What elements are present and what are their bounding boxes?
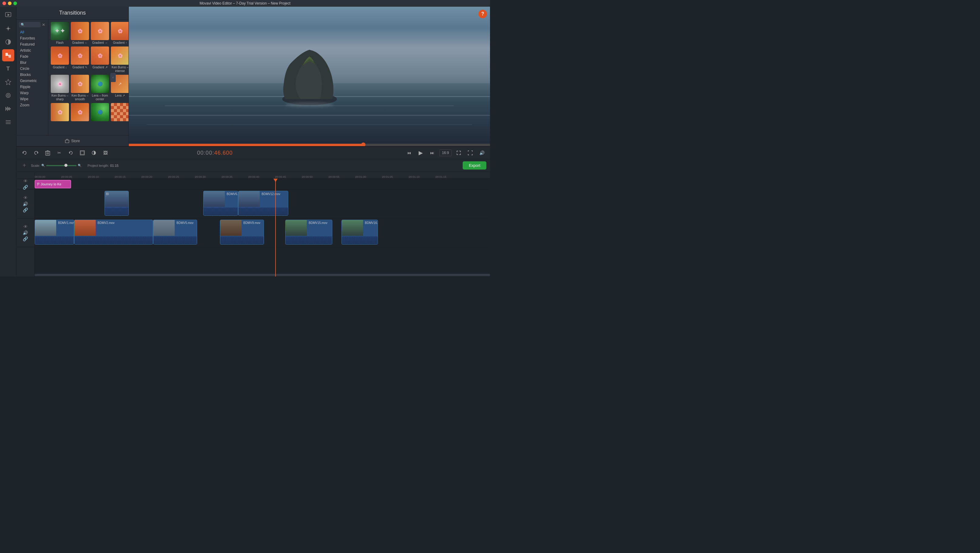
transition-extra4[interactable] bbox=[111, 103, 129, 122]
ruler-mark-7: 00:00:35 bbox=[222, 175, 232, 178]
titles-btn[interactable]: T bbox=[2, 62, 14, 75]
fullscreen-exit-btn[interactable] bbox=[454, 148, 463, 158]
effects-btn[interactable] bbox=[2, 22, 14, 35]
bdmv5-audio bbox=[153, 236, 197, 244]
play-btn[interactable]: ▶ bbox=[416, 148, 425, 158]
add-track-btn[interactable]: + bbox=[20, 162, 29, 169]
skip-back-btn[interactable]: ⏮ bbox=[405, 148, 414, 158]
main-clip-bdmv5[interactable]: BDMV5.mov bbox=[153, 220, 197, 245]
undo-btn[interactable] bbox=[20, 148, 29, 158]
scale-slider[interactable] bbox=[46, 165, 76, 166]
transition-gradient-tl[interactable]: 🌸 Gradient ↖ bbox=[71, 46, 89, 73]
filter-wipe[interactable]: Wipe bbox=[18, 96, 47, 102]
playback-handle[interactable] bbox=[361, 142, 366, 146]
search-input[interactable] bbox=[19, 22, 41, 27]
transition-extra2[interactable]: 🌸 bbox=[71, 103, 89, 122]
transition-ken-burns-smooth[interactable]: 🌸 Ken Burns – smooth bbox=[71, 75, 89, 101]
scale-handle bbox=[64, 164, 67, 167]
svg-marker-1 bbox=[8, 14, 10, 16]
store-button[interactable]: Store bbox=[16, 135, 129, 146]
close-button[interactable] bbox=[2, 2, 6, 5]
transition-ken-burns-intense[interactable]: 🌸 Ken Burns – intense bbox=[111, 46, 129, 73]
media-btn[interactable] bbox=[2, 9, 14, 21]
transition-gradient-right[interactable]: 🌸 Gradient → bbox=[91, 22, 109, 45]
color-correct-btn2[interactable] bbox=[89, 148, 99, 158]
transition-gradient-up[interactable]: 🌸 Gradient ↑ bbox=[111, 22, 129, 45]
close-search-icon[interactable]: ✕ bbox=[42, 22, 45, 27]
camera-btn[interactable] bbox=[2, 89, 14, 102]
playback-progress[interactable] bbox=[129, 144, 490, 146]
filter-featured[interactable]: Featured bbox=[18, 41, 47, 48]
filter-blocks[interactable]: Blocks bbox=[18, 72, 47, 78]
title-track-link-icon[interactable]: 🔗 bbox=[23, 185, 28, 190]
filter-warp[interactable]: Warp bbox=[18, 90, 47, 96]
stickers-btn[interactable] bbox=[2, 76, 14, 88]
filter-geometric[interactable]: Geometric bbox=[18, 78, 47, 84]
minimize-button[interactable] bbox=[8, 2, 11, 5]
main-clip-bdmv9[interactable]: BDMV9.mov bbox=[220, 220, 264, 245]
clip-bdmv12-thumb bbox=[239, 191, 260, 207]
filter-blur[interactable]: Blur bbox=[18, 59, 47, 65]
upper-volume-icon[interactable]: 🔊 bbox=[23, 201, 28, 206]
timeline-hscroll[interactable] bbox=[35, 274, 490, 276]
title-track-eye-icon[interactable]: 👁 bbox=[23, 178, 28, 183]
extra2-content: 🌸 bbox=[71, 103, 89, 121]
filters-list-btn[interactable] bbox=[2, 116, 14, 128]
transition-gradient-left[interactable]: 🌸 Gradient ← bbox=[71, 22, 89, 45]
track-controls-header bbox=[16, 172, 35, 178]
upper-link-icon[interactable]: 🔗 bbox=[23, 207, 28, 212]
volume-btn[interactable]: 🔊 bbox=[477, 148, 486, 158]
audio-btn[interactable] bbox=[2, 103, 14, 115]
svg-rect-28 bbox=[81, 151, 84, 155]
main-clip-bdmv1[interactable]: BDMV1.mov bbox=[35, 220, 74, 245]
delete-clip-btn[interactable] bbox=[43, 148, 52, 158]
main-eye-icon[interactable]: 👁 bbox=[23, 224, 28, 229]
filter-favorites[interactable]: Favorites bbox=[18, 35, 47, 41]
transition-gradient-tr[interactable]: 🌸 Gradient ↗ bbox=[91, 46, 109, 73]
transition-lens-center[interactable]: 🔵 Lens – from center bbox=[91, 75, 109, 101]
filter-artistic[interactable]: Artistic bbox=[18, 48, 47, 54]
upper-clip-bdmv6[interactable]: BDMV6.mov bbox=[203, 191, 238, 216]
filter-zoom[interactable]: Zoom bbox=[18, 102, 47, 108]
aspect-ratio[interactable]: 16:9 bbox=[439, 150, 452, 156]
help-button[interactable]: ? bbox=[479, 10, 487, 18]
media-insert-btn[interactable]: 🖼 bbox=[101, 148, 110, 158]
filter-fade[interactable]: Fade bbox=[18, 54, 47, 59]
waveform7 bbox=[220, 236, 264, 244]
transition-extra1[interactable]: 🌸 bbox=[51, 103, 69, 122]
transition-flash[interactable]: ✦✦ Flash bbox=[51, 22, 69, 45]
filter-circle[interactable]: Circle bbox=[18, 65, 47, 72]
upper-eye-icon[interactable]: 👁 bbox=[23, 195, 28, 200]
transition-extra3[interactable]: 🔵 bbox=[91, 103, 109, 122]
export-button[interactable]: Export bbox=[463, 161, 486, 169]
cut-btn[interactable]: ✂ bbox=[55, 148, 64, 158]
title-clip-icon: Ᵽ bbox=[37, 182, 40, 186]
collapse-panel-button[interactable]: ‹ bbox=[110, 73, 116, 82]
fullscreen-btn[interactable] bbox=[466, 148, 475, 158]
project-length-label: Project length: bbox=[88, 164, 109, 167]
kb-smooth-content: 🌸 bbox=[71, 75, 89, 93]
maximize-button[interactable] bbox=[13, 2, 17, 5]
main-link-icon[interactable]: 🔗 bbox=[23, 236, 28, 241]
color-correct-btn[interactable] bbox=[2, 36, 14, 48]
clip-bdmv6-thumb bbox=[204, 191, 225, 207]
title-clip[interactable]: Ᵽ Journey to Ke bbox=[35, 180, 71, 188]
skip-fwd-btn[interactable]: ⏭ bbox=[428, 148, 437, 158]
transition-ken-burns-sharp[interactable]: 🌸 Ken Burns – sharp bbox=[51, 75, 69, 101]
transitions-btn[interactable] bbox=[2, 49, 14, 61]
main-layout: T bbox=[0, 7, 490, 276]
crop-btn[interactable] bbox=[78, 148, 87, 158]
traffic-lights bbox=[2, 2, 17, 5]
main-volume-icon[interactable]: 🔊 bbox=[23, 230, 28, 235]
filter-ripple[interactable]: Ripple bbox=[18, 84, 47, 90]
main-clip-bdmv15[interactable]: BDMV15.mov bbox=[285, 220, 332, 245]
filter-all[interactable]: All bbox=[18, 29, 47, 35]
rotate-btn[interactable] bbox=[66, 148, 75, 158]
transition-gradient-down[interactable]: 🌸 Gradient ↓ bbox=[51, 46, 69, 73]
main-clip-bdmv16[interactable]: BDMV16.m bbox=[342, 220, 378, 245]
upper-clip-bdmv12[interactable]: BDMV12.mov bbox=[238, 191, 288, 216]
redo-btn[interactable] bbox=[32, 148, 41, 158]
bdmv9-thumb bbox=[220, 220, 242, 236]
main-clip-bdmv2[interactable]: BDMV2.mov bbox=[74, 220, 153, 245]
upper-clip-bl[interactable]: Bl bbox=[105, 191, 129, 216]
